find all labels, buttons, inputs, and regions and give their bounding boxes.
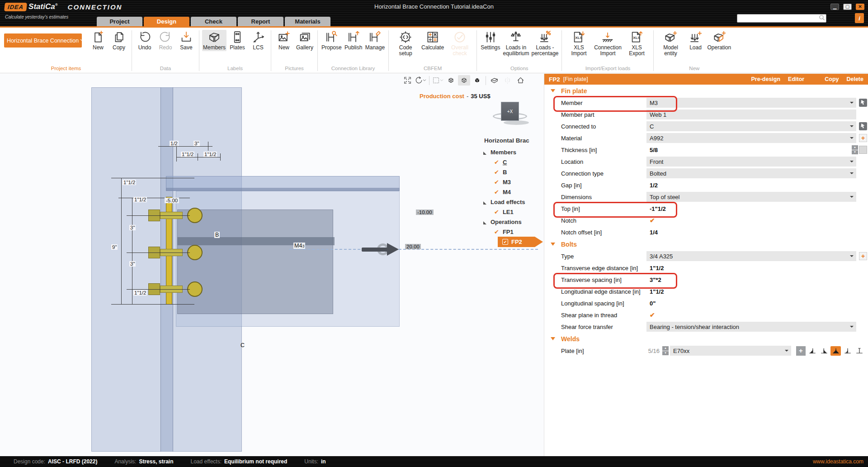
- loads-in-equilibrium-button[interactable]: Loads in equilibrium: [502, 30, 530, 57]
- tree-item-fp1[interactable]: ✔FP1: [477, 227, 544, 237]
- cube-solid-icon[interactable]: [471, 75, 483, 86]
- property-value-transverse-edge-distance-in[interactable]: 1"1/2: [646, 263, 856, 273]
- copy-button[interactable]: Copy: [109, 30, 129, 51]
- dropdown-arrow-icon[interactable]: [785, 350, 788, 353]
- more-button[interactable]: [859, 146, 867, 154]
- editor-button[interactable]: Editor: [788, 76, 804, 82]
- zoom-fit-icon[interactable]: [401, 75, 414, 86]
- property-value-type[interactable]: 3/4 A325: [646, 251, 856, 261]
- maximize-button[interactable]: ▢: [843, 4, 852, 10]
- property-value-top-in[interactable]: -1"1/2: [646, 204, 856, 214]
- load-arrow[interactable]: [362, 248, 388, 252]
- weld-fillet-right-icon[interactable]: [819, 346, 829, 356]
- pick-member-button[interactable]: [859, 122, 867, 130]
- spinner-down-icon[interactable]: ▼: [852, 150, 858, 155]
- checkbox-icon[interactable]: ✔: [494, 209, 499, 215]
- checkbox-icon[interactable]: ✔: [494, 229, 499, 235]
- property-value-connected-to[interactable]: C: [646, 121, 856, 131]
- propose-button[interactable]: Propose: [321, 30, 343, 51]
- value-spinner[interactable]: ▲▼: [852, 145, 858, 154]
- load-button[interactable]: Load: [685, 30, 705, 51]
- section-welds[interactable]: Welds: [544, 333, 868, 345]
- property-value-member[interactable]: M3: [646, 98, 856, 108]
- expander-icon[interactable]: [483, 201, 486, 205]
- plates-button[interactable]: Plates: [227, 30, 247, 51]
- tab-design[interactable]: Design: [144, 17, 189, 26]
- code-setup-button[interactable]: Code setup: [392, 30, 420, 57]
- gusset-plate[interactable]: [177, 210, 333, 314]
- property-value-thickness-in[interactable]: 5/8: [646, 145, 850, 155]
- pick-member-button[interactable]: [859, 99, 867, 107]
- checkbox-icon[interactable]: ✔: [494, 159, 499, 166]
- undo-button[interactable]: Undo: [135, 30, 155, 51]
- member-m4-beam[interactable]: [177, 237, 335, 245]
- connection-import-button[interactable]: Connection Import: [594, 30, 622, 57]
- 3d-viewport[interactable]: 1/23"1"1/21"1/21"1/29"1"1/23"3"1"1/2-5.0…: [0, 74, 544, 456]
- weld-butt-icon[interactable]: [854, 346, 864, 356]
- home-view-icon[interactable]: [514, 75, 527, 86]
- section-bolts[interactable]: Bolts: [544, 238, 868, 250]
- tree-item-fp2[interactable]: ✔FP2: [498, 237, 543, 247]
- weld-electrode-select[interactable]: E70xx: [670, 346, 791, 356]
- weld-fillet-both-icon[interactable]: [830, 346, 841, 356]
- dropdown-arrow-icon[interactable]: [850, 102, 854, 105]
- property-value-dimensions[interactable]: Top of steel: [646, 192, 856, 202]
- spinner-up-icon[interactable]: ▲: [852, 145, 858, 150]
- calculate-button[interactable]: Calculate: [420, 30, 445, 51]
- tab-project[interactable]: Project: [97, 17, 142, 26]
- section-fin-plate[interactable]: Fin plate: [544, 85, 868, 97]
- project-item-selector[interactable]: Horizontal Brace Connection: [4, 33, 82, 48]
- tab-report[interactable]: Report: [238, 17, 283, 26]
- website-link[interactable]: www.ideastatica.com: [813, 458, 863, 465]
- manage-button[interactable]: Manage: [364, 30, 386, 51]
- property-value-notch[interactable]: ✔: [646, 215, 856, 225]
- section-collapse-icon[interactable]: [551, 337, 555, 340]
- tree-item-le1[interactable]: ✔LE1: [477, 207, 544, 217]
- dropdown-arrow-icon[interactable]: [850, 137, 854, 141]
- add-weld-button[interactable]: +: [796, 346, 806, 356]
- lcs-button[interactable]: LCS: [248, 30, 268, 51]
- property-value-member-part[interactable]: Web 1: [646, 110, 856, 119]
- new-button[interactable]: New: [88, 30, 108, 51]
- dropdown-arrow-icon[interactable]: [850, 125, 854, 129]
- checkbox-icon[interactable]: ✔: [494, 179, 499, 186]
- new-button[interactable]: New: [274, 30, 294, 51]
- cube-hidden-lines-icon[interactable]: [458, 75, 470, 86]
- checkbox-icon[interactable]: ✔: [502, 239, 508, 245]
- section-collapse-icon[interactable]: [551, 243, 555, 246]
- publish-button[interactable]: Publish: [344, 30, 363, 51]
- operation-button[interactable]: Operation: [706, 30, 732, 51]
- clip-view-icon[interactable]: [488, 75, 500, 86]
- close-button[interactable]: ✕: [856, 4, 864, 10]
- checkbox-icon[interactable]: ✔: [494, 189, 499, 195]
- weld-size-value[interactable]: 5/16: [646, 348, 661, 354]
- tree-item-b[interactable]: ✔B: [477, 167, 544, 177]
- pre-design-button[interactable]: Pre-design: [751, 76, 781, 82]
- add-new-button[interactable]: +: [859, 252, 867, 260]
- property-value-longitudinal-spacing-in[interactable]: 0": [646, 298, 856, 308]
- tree-item-m3[interactable]: ✔M3: [477, 177, 544, 187]
- property-value-location[interactable]: Front: [646, 157, 856, 167]
- gallery-button[interactable]: Gallery: [295, 30, 315, 51]
- tab-materials[interactable]: Materials: [285, 17, 330, 26]
- dropdown-arrow-icon[interactable]: [850, 161, 854, 164]
- dropdown-arrow-icon[interactable]: [850, 326, 854, 329]
- delete-button[interactable]: Delete: [846, 76, 863, 82]
- tree-item-c[interactable]: ✔C: [477, 157, 544, 167]
- tree-node-members[interactable]: Members: [477, 147, 544, 157]
- dropdown-arrow-icon[interactable]: [850, 255, 854, 259]
- tree-item-m4[interactable]: ✔M4: [477, 187, 544, 197]
- property-value-gap-in[interactable]: 1/2: [646, 180, 856, 190]
- xls-export-button[interactable]: XLSXLS Export: [623, 30, 651, 57]
- weld-fillet-left-icon[interactable]: [807, 346, 817, 356]
- spinner-down-icon[interactable]: ▼: [662, 351, 669, 356]
- navigation-cube[interactable]: +X: [501, 102, 519, 121]
- dropdown-arrow-icon[interactable]: [850, 172, 854, 176]
- search-input[interactable]: [737, 14, 826, 23]
- checkbox-icon[interactable]: ✔: [494, 169, 499, 176]
- save-button[interactable]: Save: [176, 30, 196, 51]
- weld-bevel-icon[interactable]: [842, 346, 853, 356]
- tree-node-operations[interactable]: Operations: [477, 217, 544, 227]
- settings-button[interactable]: Settings: [480, 30, 501, 51]
- property-value-transverse-spacing-in[interactable]: 3"*2: [646, 275, 856, 285]
